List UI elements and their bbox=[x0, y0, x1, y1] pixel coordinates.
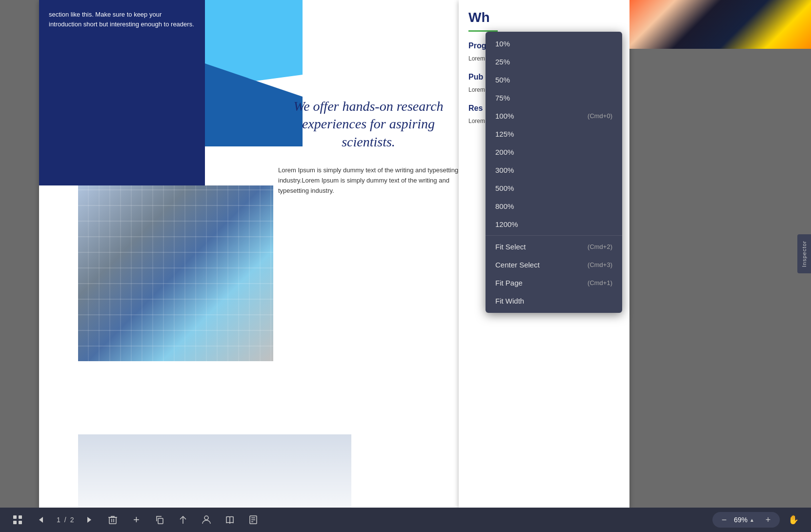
zoom-125[interactable]: 125% bbox=[486, 125, 622, 143]
zoom-center-select[interactable]: Center Select (Cmd+3) bbox=[486, 256, 622, 274]
delete-button[interactable] bbox=[105, 512, 121, 528]
svg-rect-3 bbox=[19, 521, 22, 524]
svg-rect-2 bbox=[13, 521, 17, 524]
right-panel-title: Wh bbox=[468, 10, 620, 25]
main-content-area: We offer hands-on research experiences f… bbox=[278, 98, 459, 196]
zoom-25[interactable]: 25% bbox=[486, 53, 622, 71]
canvas-area: section like this. Make sure to keep you… bbox=[0, 0, 811, 508]
total-pages: 2 bbox=[70, 516, 74, 524]
zoom-arrow-icon: ▲ bbox=[750, 517, 754, 523]
current-page: 1 bbox=[57, 516, 61, 524]
duplicate-button[interactable] bbox=[152, 512, 167, 528]
grid-button[interactable] bbox=[10, 512, 25, 528]
prev-page-button[interactable] bbox=[33, 512, 49, 528]
building-reflection bbox=[78, 434, 351, 508]
zoom-300[interactable]: 300% bbox=[486, 161, 622, 179]
add-page-button[interactable]: + bbox=[128, 512, 144, 528]
svg-rect-6 bbox=[109, 517, 116, 524]
zoom-100[interactable]: 100% (Cmd+0) bbox=[486, 107, 622, 125]
svg-marker-4 bbox=[39, 517, 43, 523]
zoom-display[interactable]: 69% ▲ bbox=[734, 516, 758, 524]
zoom-divider-1 bbox=[486, 235, 622, 236]
intro-text: section like this. Make sure to keep you… bbox=[39, 0, 205, 39]
zoom-75[interactable]: 75% bbox=[486, 89, 622, 107]
zoom-500[interactable]: 500% bbox=[486, 179, 622, 197]
svg-rect-1 bbox=[19, 515, 22, 519]
book-open-button[interactable] bbox=[222, 512, 238, 528]
zoom-fit-page[interactable]: Fit Page (Cmd+1) bbox=[486, 274, 622, 292]
person-button[interactable] bbox=[199, 512, 214, 528]
zoom-50[interactable]: 50% bbox=[486, 71, 622, 89]
move-up-button[interactable] bbox=[175, 512, 191, 528]
svg-point-12 bbox=[204, 516, 208, 520]
inspector-handle[interactable]: Inspector bbox=[797, 234, 811, 273]
svg-marker-5 bbox=[87, 517, 91, 523]
hand-tool-button[interactable]: ✋ bbox=[786, 512, 801, 528]
notes-button[interactable] bbox=[245, 512, 261, 528]
toolbar-right: − 69% ▲ + ✋ bbox=[712, 512, 801, 528]
building-image bbox=[78, 185, 273, 361]
zoom-200[interactable]: 200% bbox=[486, 143, 622, 161]
svg-rect-9 bbox=[158, 518, 163, 524]
toolbar-left: 1 / 2 + bbox=[10, 512, 261, 528]
zoom-out-button[interactable]: − bbox=[718, 514, 730, 526]
bottom-toolbar: 1 / 2 + bbox=[0, 508, 811, 532]
zoom-1200[interactable]: 1200% bbox=[486, 215, 622, 233]
zoom-10[interactable]: 10% bbox=[486, 35, 622, 53]
top-right-image bbox=[629, 0, 811, 49]
zoom-control: − 69% ▲ + bbox=[712, 512, 780, 528]
page-indicator: 1 / 2 bbox=[57, 516, 74, 524]
headline-text: We offer hands-on research experiences f… bbox=[278, 98, 459, 151]
zoom-dropdown: 10% 25% 50% 75% 100% (Cmd+0) 125% 200% 3 bbox=[486, 32, 622, 313]
body-text: Lorem Ipsum is simply dummy text of the … bbox=[278, 165, 459, 196]
page-separator: / bbox=[64, 516, 66, 524]
next-page-button[interactable] bbox=[81, 512, 97, 528]
zoom-fit-width[interactable]: Fit Width bbox=[486, 292, 622, 310]
svg-rect-0 bbox=[13, 515, 17, 519]
zoom-fit-select[interactable]: Fit Select (Cmd+2) bbox=[486, 238, 622, 256]
inspector-label: Inspector bbox=[801, 241, 807, 267]
zoom-in-button[interactable]: + bbox=[762, 514, 774, 526]
zoom-800[interactable]: 800% bbox=[486, 197, 622, 215]
document-page: section like this. Make sure to keep you… bbox=[39, 0, 468, 508]
